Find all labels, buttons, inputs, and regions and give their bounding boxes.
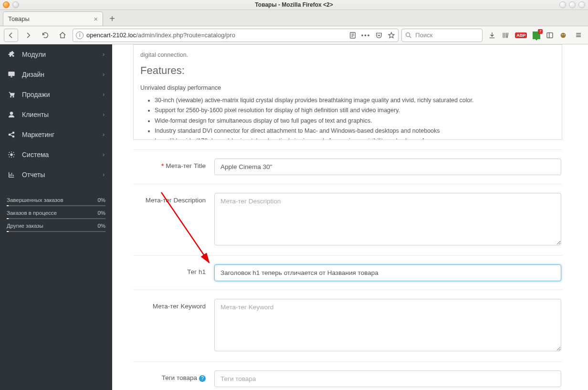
input-product-tags[interactable] bbox=[214, 370, 561, 387]
site-info-icon[interactable]: i bbox=[76, 32, 84, 39]
sidebar-item-system[interactable]: Система › bbox=[0, 145, 112, 165]
svg-point-13 bbox=[13, 96, 14, 97]
label-meta-title: Мета-тег Title bbox=[166, 162, 206, 169]
firefox-icon bbox=[3, 1, 10, 8]
home-button[interactable] bbox=[55, 29, 70, 42]
sidebar-item-label: Система bbox=[22, 151, 49, 158]
label-meta-description: Мета-тег Description bbox=[146, 197, 206, 204]
desc-heading: Features: bbox=[140, 63, 555, 79]
textarea-meta-keyword[interactable] bbox=[214, 299, 561, 351]
bookmark-star-icon[interactable] bbox=[388, 32, 395, 39]
sidebar-item-label: Дизайн bbox=[22, 71, 44, 78]
download-flag-icon[interactable]: 7 bbox=[533, 32, 540, 39]
form-panel: digital connection. Features: Unrivaled … bbox=[125, 44, 571, 390]
chevron-right-icon: › bbox=[103, 111, 105, 118]
chevron-right-icon: › bbox=[103, 171, 105, 178]
svg-point-4 bbox=[406, 32, 410, 36]
stat-completed-orders: Завершенных заказов 0% bbox=[7, 193, 105, 206]
chevron-right-icon: › bbox=[103, 71, 105, 78]
desc-bullet: Incredibly wide (170 degree) horizontal … bbox=[155, 137, 555, 140]
stat-label: Заказов в процессе bbox=[7, 210, 57, 216]
sidebar-item-modules[interactable]: Модули › bbox=[0, 44, 112, 64]
svg-point-18 bbox=[10, 154, 12, 156]
desc-pretext: digital connection. bbox=[140, 51, 555, 60]
browser-tab[interactable]: Товары × bbox=[3, 11, 103, 26]
reader-mode-icon[interactable] bbox=[349, 32, 357, 39]
forward-button[interactable] bbox=[21, 29, 35, 42]
pocket-icon[interactable] bbox=[375, 32, 383, 39]
svg-rect-6 bbox=[547, 32, 553, 38]
chevron-right-icon: › bbox=[103, 51, 105, 58]
row-meta-title: *Мета-тег Title bbox=[133, 149, 562, 184]
search-placeholder: Поиск bbox=[415, 32, 432, 39]
library-icon[interactable] bbox=[502, 32, 509, 39]
window-titlebar: Товары - Mozilla Firefox <2> bbox=[0, 0, 588, 10]
sidebar-item-label: Клиенты bbox=[22, 111, 49, 118]
svg-point-8 bbox=[561, 32, 566, 38]
svg-point-14 bbox=[10, 112, 12, 115]
row-meta-description: Мета-тег Description bbox=[133, 184, 562, 255]
sidebar-item-label: Маркетинг bbox=[22, 131, 54, 138]
url-bar[interactable]: i opencart-2102.loc/admin/index.php?rout… bbox=[73, 29, 399, 42]
stat-other-orders: Другие заказы 0% bbox=[7, 219, 105, 232]
stat-label: Другие заказы bbox=[7, 223, 43, 229]
url-text: opencart-2102.loc/admin/index.php?route=… bbox=[86, 32, 346, 39]
stat-value: 0% bbox=[97, 197, 105, 203]
svg-rect-11 bbox=[9, 72, 14, 76]
sidebar-toggle-icon[interactable] bbox=[546, 32, 554, 39]
svg-line-5 bbox=[410, 36, 411, 38]
window-menu-icon[interactable] bbox=[12, 1, 19, 8]
desc-bullet: Wide-format design for simultaneous disp… bbox=[155, 116, 555, 126]
sidebar-item-sales[interactable]: Продажи › bbox=[0, 84, 112, 105]
input-meta-title[interactable] bbox=[214, 158, 561, 175]
tab-strip: Товары × + bbox=[0, 10, 588, 26]
description-editor[interactable]: digital connection. Features: Unrivaled … bbox=[133, 44, 562, 140]
reload-button[interactable] bbox=[38, 29, 52, 42]
downloads-icon[interactable] bbox=[488, 32, 496, 39]
page-actions-icon[interactable]: ••• bbox=[361, 32, 371, 39]
sidebar-item-design[interactable]: Дизайн › bbox=[0, 64, 112, 84]
tab-label: Товары bbox=[8, 15, 30, 22]
search-box[interactable]: Поиск bbox=[401, 29, 483, 42]
sidebar-item-clients[interactable]: Клиенты › bbox=[0, 105, 112, 125]
label-meta-keyword: Мета-тег Keyword bbox=[153, 303, 206, 310]
sidebar-stats: Завершенных заказов 0% Заказов в процесс… bbox=[7, 193, 105, 232]
content-area[interactable]: digital connection. Features: Unrivaled … bbox=[112, 44, 588, 390]
search-icon bbox=[405, 32, 412, 39]
svg-point-9 bbox=[562, 34, 563, 35]
abp-icon[interactable]: ABP bbox=[515, 32, 527, 38]
sidebar-item-label: Модули bbox=[22, 51, 46, 58]
row-meta-keyword: Мета-тег Keyword bbox=[133, 290, 562, 361]
textarea-meta-description[interactable] bbox=[214, 193, 561, 245]
desc-bullet: Industry standard DVI connector for dire… bbox=[155, 126, 555, 136]
sidebar-item-label: Отчеты bbox=[22, 171, 45, 179]
close-tab-button[interactable]: × bbox=[94, 15, 98, 23]
help-icon[interactable]: ? bbox=[199, 375, 206, 382]
close-window-button[interactable] bbox=[578, 1, 585, 8]
sidebar-item-marketing[interactable]: Маркетинг › bbox=[0, 125, 112, 145]
label-tag-h1: Тег h1 bbox=[187, 268, 206, 275]
new-tab-button[interactable]: + bbox=[105, 11, 119, 26]
chevron-right-icon: › bbox=[103, 91, 105, 98]
chevron-right-icon: › bbox=[103, 151, 105, 158]
user-icon bbox=[8, 111, 15, 118]
sidebar-item-reports[interactable]: Отчеты › bbox=[0, 165, 112, 185]
row-product-tags: Теги товара? bbox=[133, 361, 562, 390]
cart-icon bbox=[8, 91, 15, 98]
minimize-button[interactable] bbox=[559, 1, 566, 8]
row-tag-h1: Тег h1 bbox=[133, 255, 562, 290]
svg-point-12 bbox=[10, 96, 11, 97]
desc-bullet: Support for 2560-by-1600 pixel resolutio… bbox=[155, 106, 555, 115]
stat-value: 0% bbox=[97, 210, 105, 216]
stat-value: 0% bbox=[97, 223, 105, 229]
greasemonkey-icon[interactable] bbox=[559, 32, 567, 39]
chevron-right-icon: › bbox=[103, 131, 105, 138]
chart-icon bbox=[8, 171, 15, 179]
admin-sidebar: Модули › Дизайн › Продажи › Клиенты › Ма… bbox=[0, 44, 112, 390]
hamburger-menu-button[interactable]: ≡ bbox=[573, 30, 584, 41]
maximize-button[interactable] bbox=[569, 1, 576, 8]
back-button[interactable] bbox=[4, 29, 18, 42]
nav-toolbar: i opencart-2102.loc/admin/index.php?rout… bbox=[0, 26, 588, 44]
input-tag-h1[interactable] bbox=[214, 264, 561, 281]
window-title: Товары - Mozilla Firefox <2> bbox=[255, 1, 333, 8]
